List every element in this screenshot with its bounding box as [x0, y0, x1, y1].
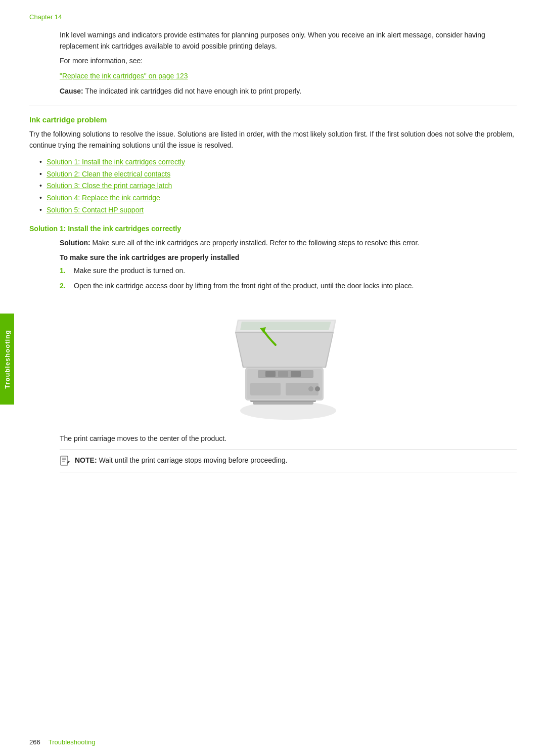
svg-rect-17 [278, 371, 288, 377]
side-tab: Troubleshooting [0, 314, 14, 405]
solution2-link[interactable]: Solution 2: Clean the electrical contact… [47, 170, 170, 178]
ink-cartridge-section: Ink cartridge problem Try the following … [29, 115, 517, 216]
side-tab-label: Troubleshooting [4, 330, 11, 389]
svg-point-8 [315, 386, 320, 391]
solution1-sub: Solution: Make sure all of the ink cartr… [60, 238, 517, 472]
step2-text: Open the ink cartridge access door by li… [74, 282, 414, 290]
solution3-link[interactable]: Solution 3: Close the print carriage lat… [47, 182, 172, 190]
list-item: Solution 4: Replace the ink cartridge [39, 192, 517, 204]
cause-label: Cause: [60, 87, 83, 95]
intro-for-more: For more information, see: [60, 56, 517, 67]
list-item: Solution 1: Install the ink cartridges c… [39, 156, 517, 168]
steps-list: 1. Make sure the product is turned on. 2… [60, 265, 517, 291]
printer-illustration [228, 302, 349, 423]
svg-rect-5 [250, 383, 281, 395]
replace-cartridges-link[interactable]: "Replace the ink cartridges" on page 123 [60, 72, 188, 80]
caption-text: The print carriage moves to the center o… [60, 433, 517, 444]
svg-rect-20 [61, 456, 68, 465]
list-item: 1. Make sure the product is turned on. [60, 265, 517, 277]
page-container: Troubleshooting Chapter 14 Ink level war… [0, 0, 546, 756]
footer-section-label: Troubleshooting [49, 738, 96, 746]
chapter-header: Chapter 14 [29, 13, 517, 21]
list-item: Solution 5: Contact HP support [39, 204, 517, 216]
main-content: Chapter 14 Ink level warnings and indica… [29, 0, 517, 472]
page-footer: 266 Troubleshooting [29, 738, 517, 746]
solution4-link[interactable]: Solution 4: Replace the ink cartridge [47, 194, 160, 202]
svg-rect-18 [291, 371, 301, 377]
divider-1 [29, 106, 517, 106]
svg-marker-10 [236, 333, 333, 367]
solution1-body: Make sure all of the ink cartridges are … [90, 239, 420, 247]
list-item: Solution 3: Close the print carriage lat… [39, 180, 517, 192]
intro-paragraph1: Ink level warnings and indicators provid… [60, 30, 517, 52]
solution1-heading: Solution 1: Install the ink cartridges c… [29, 225, 517, 233]
solution5-link[interactable]: Solution 5: Contact HP support [47, 206, 144, 214]
svg-marker-13 [240, 322, 331, 330]
svg-rect-6 [286, 383, 318, 395]
step1-text: Make sure the product is turned on. [74, 266, 185, 275]
svg-point-7 [308, 386, 313, 391]
note-text: NOTE: Wait until the print carriage stop… [75, 455, 287, 466]
list-item: Solution 2: Clean the electrical contact… [39, 168, 517, 181]
solution-label: Solution: [60, 239, 90, 247]
solutions-list: Solution 1: Install the ink cartridges c… [39, 156, 517, 216]
ink-cartridge-heading: Ink cartridge problem [29, 115, 517, 124]
intro-block: Ink level warnings and indicators provid… [60, 30, 517, 97]
steps-heading: To make sure the ink cartridges are prop… [60, 253, 517, 261]
solution1-link[interactable]: Solution 1: Install the ink cartridges c… [47, 158, 185, 166]
printer-svg [228, 302, 349, 423]
list-item: 2. Open the ink cartridge access door by… [60, 281, 517, 292]
footer-page-number: 266 [29, 738, 40, 746]
solution1-text: Solution: Make sure all of the ink cartr… [60, 238, 517, 249]
solution1-section: Solution 1: Install the ink cartridges c… [29, 225, 517, 472]
intro-link[interactable]: "Replace the ink cartridges" on page 123 [60, 71, 517, 82]
note-label: NOTE: [75, 456, 97, 464]
cause-line: Cause: The indicated ink cartridges did … [60, 86, 517, 97]
note-block: NOTE: Wait until the print carriage stop… [60, 450, 517, 472]
note-body: Wait until the print carriage stops movi… [97, 456, 288, 464]
cause-text: The indicated ink cartridges did not hav… [83, 87, 301, 95]
note-icon [60, 456, 71, 467]
ink-cartridge-body: Try the following solutions to resolve t… [29, 129, 517, 151]
svg-rect-16 [265, 371, 276, 377]
